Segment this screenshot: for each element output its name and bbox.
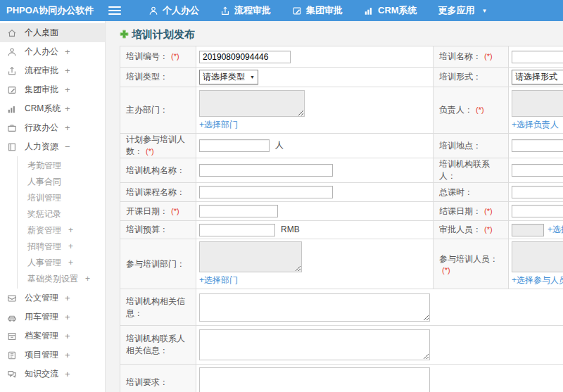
field-label: 主办部门： [126, 105, 168, 115]
nav-more-apps[interactable]: 更多应用 [428, 0, 498, 21]
expand-indicator: + [68, 258, 73, 267]
flow-approval-icon [7, 66, 18, 76]
org-info-textarea[interactable] [199, 293, 430, 322]
form-row-org-contact-info: 培训机构联系人相关信息： [120, 326, 563, 365]
select-value: 请选择形式 [515, 71, 557, 83]
sidebar-item-hr[interactable]: 人力资源 − [0, 137, 105, 156]
sidebar-subitem-salary[interactable]: 薪资管理+ [18, 222, 105, 239]
nav-group-approval[interactable]: 集团审批 [282, 0, 353, 21]
sidebar-item-label: 项目管理 [25, 349, 58, 361]
expand-indicator: + [68, 241, 73, 251]
menu-toggle-button[interactable] [108, 6, 121, 15]
sidebar-subitem-rewards[interactable]: 奖惩记录 [18, 206, 105, 222]
sidebar-subitem-training[interactable]: 培训管理 [18, 190, 105, 206]
form-row-org-contact: 培训机构名称： 培训机构联系人： [120, 158, 563, 183]
sidebar-item-label: 知识交流 [25, 368, 58, 380]
required-marker: (*) [484, 207, 493, 215]
field-label: 培训预算： [126, 225, 168, 234]
sidebar-subitem-attendance[interactable]: 考勤管理 [18, 158, 105, 174]
select-leader-link[interactable]: +选择负责人 [512, 120, 559, 129]
nav-crm[interactable]: CRM系统 [353, 0, 428, 21]
sidebar-subitem-label: 培训管理 [27, 193, 61, 203]
planned-participants-input[interactable] [199, 139, 270, 152]
required-marker: (*) [476, 106, 484, 114]
sidebar-item-crm[interactable]: CRM系统 + [0, 99, 105, 118]
field-label: 培训要求： [126, 377, 168, 387]
user-icon [148, 6, 158, 16]
field-label: 培训机构联系人： [439, 159, 490, 181]
sidebar-item-archives[interactable]: 档案管理 + [0, 327, 105, 346]
sidebar-subitem-label: 人事合同 [27, 177, 61, 186]
select-value: 请选择类型 [203, 71, 245, 83]
sidebar-item-documents[interactable]: 公文管理 + [0, 289, 105, 308]
training-form-select[interactable]: 请选择形式 [512, 70, 563, 84]
participating-departments-textarea[interactable] [199, 241, 302, 272]
org-contact-input[interactable] [512, 164, 563, 177]
sidebar-item-personal-office[interactable]: 个人办公 + [0, 42, 105, 61]
leader-textarea[interactable] [512, 90, 563, 117]
field-label: 培训课程名称： [126, 187, 185, 197]
sidebar-item-flow-approval[interactable]: 流程审批 + [0, 61, 105, 80]
field-label: 参与培训人员： [439, 254, 498, 264]
nav-personal-office[interactable]: 个人办公 [138, 0, 210, 21]
sidebar-item-label: 流程审批 [25, 65, 58, 77]
training-location-input[interactable] [512, 139, 563, 152]
required-marker: (*) [484, 52, 493, 61]
sidebar-subitem-personnel[interactable]: 人事管理+ [18, 255, 105, 271]
form-row-org-info: 培训机构相关信息： [120, 289, 563, 326]
course-name-input[interactable] [199, 186, 333, 198]
training-type-select[interactable]: 请选择类型 [199, 70, 258, 84]
participating-staff-textarea[interactable] [512, 241, 563, 272]
sidebar-item-projects[interactable]: 项目管理 + [0, 346, 105, 365]
org-contact-info-textarea[interactable] [199, 329, 430, 360]
field-label: 计划参与培训人数： [126, 134, 185, 156]
app-logo: PHPOA协同办公软件 [0, 4, 99, 17]
select-participating-department-link[interactable]: +选择部门 [199, 275, 238, 285]
sidebar-subitem-base-categories[interactable]: 基础类别设置+ [18, 271, 105, 287]
sidebar-item-knowledge[interactable]: 知识交流 + [0, 365, 105, 384]
sidebar-item-group-approval[interactable]: 集团审批 + [0, 80, 105, 99]
total-hours-input[interactable] [512, 186, 563, 198]
form-row-course-hours: 培训课程名称： 总课时： [120, 183, 563, 202]
user-icon [7, 47, 18, 57]
form-row-number-name: 培训编号：(*) 培训名称：(*) [120, 46, 563, 68]
sidebar-subitem-label: 考勤管理 [27, 160, 61, 170]
training-requirements-textarea[interactable] [199, 367, 430, 392]
training-plan-form: 培训编号：(*) 培训名称：(*) 培训类型： 请选择类型 培训形式： 请选择形… [120, 46, 563, 392]
page-title: 培训计划发布 [120, 28, 563, 42]
sidebar-item-label: 用车管理 [25, 311, 58, 323]
sidebar-subitem-recruiting[interactable]: 招聘管理+ [18, 239, 105, 255]
nav-flow-approval[interactable]: 流程审批 [210, 0, 282, 21]
field-label: 培训机构联系人相关信息： [126, 334, 185, 355]
sidebar-item-label: 个人桌面 [25, 27, 58, 39]
select-approver-link[interactable]: +选择审批人员 [548, 225, 563, 234]
training-number-input[interactable] [199, 51, 291, 63]
select-participants-link[interactable]: +选择参与人员 [512, 275, 563, 285]
expand-indicator: + [65, 350, 70, 360]
currency-suffix: RMB [281, 225, 300, 234]
expand-indicator: + [68, 225, 73, 235]
training-name-input[interactable] [512, 51, 563, 63]
home-icon [7, 28, 18, 38]
sidebar-item-personal-desktop[interactable]: 个人桌面 [0, 23, 105, 42]
expand-indicator: + [85, 274, 90, 284]
host-department-textarea[interactable] [199, 90, 305, 117]
select-department-link[interactable]: +选择部门 [199, 120, 238, 129]
sidebar-item-vehicle[interactable]: 用车管理 + [0, 308, 105, 327]
sidebar-subitem-hr-contract[interactable]: 人事合同 [18, 174, 105, 190]
sidebar-subitem-label: 人事管理 [27, 258, 61, 267]
nav-label: 更多应用 [438, 4, 475, 17]
sidebar-item-label: 集团审批 [25, 84, 58, 96]
nav-label: 流程审批 [234, 4, 271, 17]
field-label: 培训形式： [439, 72, 481, 82]
form-row-department-leader: 主办部门： +选择部门 负责人：(*) +选择负责人 [120, 87, 563, 134]
sidebar-item-admin-office[interactable]: 行政办公 + [0, 118, 105, 137]
nav-label: CRM系统 [378, 4, 417, 17]
plus-icon [120, 29, 129, 41]
end-date-input[interactable] [512, 205, 563, 217]
start-date-input[interactable] [199, 205, 278, 217]
org-name-input[interactable] [199, 164, 333, 177]
book-icon [7, 142, 18, 152]
approver-input[interactable] [512, 224, 544, 236]
budget-input[interactable] [199, 224, 275, 236]
